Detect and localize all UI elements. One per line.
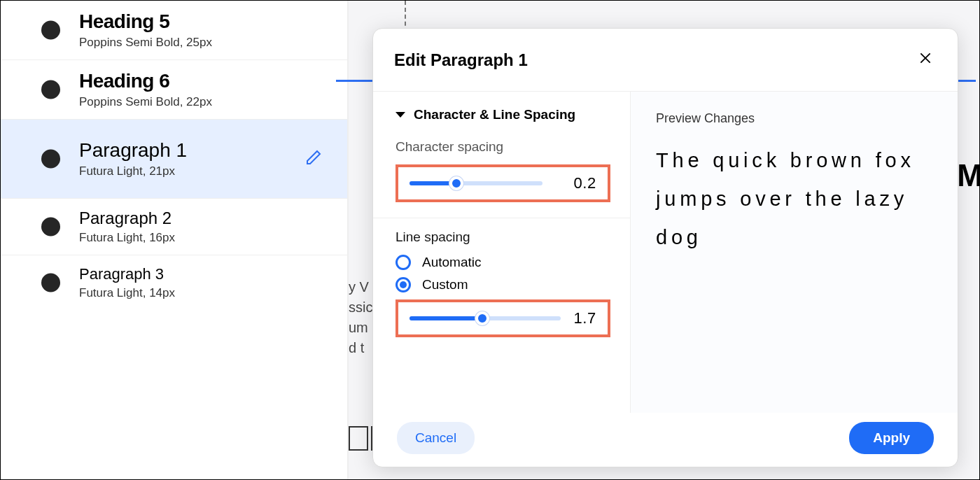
style-desc: Futura Light, 16px (79, 231, 175, 245)
char-spacing-slider[interactable] (410, 181, 542, 185)
bullet-icon (41, 150, 60, 169)
text-styles-panel: Heading 5 Poppins Semi Bold, 25px Headin… (1, 1, 349, 480)
radio-icon (396, 277, 411, 292)
style-item-paragraph-1[interactable]: Paragraph 1 Futura Light, 21px (1, 120, 347, 199)
cancel-button[interactable]: Cancel (397, 422, 475, 454)
modal-footer: Cancel Apply (373, 409, 958, 467)
bullet-icon (41, 21, 60, 40)
bg-letter: M (957, 158, 980, 193)
style-name: Paragraph 2 (79, 209, 175, 228)
style-item-heading-6[interactable]: Heading 6 Poppins Semi Bold, 22px (1, 60, 347, 120)
style-name: Paragraph 1 (79, 139, 187, 162)
char-spacing-label: Character spacing (396, 139, 610, 155)
radio-label: Automatic (422, 255, 481, 270)
preview-title: Preview Changes (656, 111, 932, 126)
line-spacing-value: 1.7 (573, 309, 596, 327)
bg-text-snippet: y V ssic um d t (349, 277, 372, 358)
radio-label: Custom (422, 277, 468, 292)
triangle-down-icon (396, 112, 405, 118)
line-spacing-label: Line spacing (396, 230, 610, 245)
style-desc: Futura Light, 21px (79, 164, 187, 178)
bullet-icon (41, 218, 60, 237)
section-toggle[interactable]: Character & Line Spacing (373, 92, 630, 128)
line-spacing-slider[interactable] (410, 316, 561, 320)
highlight-line-spacing: 1.7 (396, 299, 610, 337)
style-desc: Futura Light, 14px (79, 286, 175, 300)
style-desc: Poppins Semi Bold, 22px (79, 95, 212, 109)
modal-header: Edit Paragraph 1 (373, 29, 958, 91)
slider-thumb[interactable] (449, 176, 463, 190)
style-item-heading-5[interactable]: Heading 5 Poppins Semi Bold, 25px (1, 1, 347, 60)
char-spacing-value: 0.2 (573, 174, 596, 192)
bullet-icon (41, 80, 60, 99)
slider-thumb[interactable] (475, 311, 489, 325)
apply-button[interactable]: Apply (849, 422, 934, 454)
close-icon[interactable] (914, 47, 937, 73)
style-item-paragraph-2[interactable]: Paragraph 2 Futura Light, 16px (1, 199, 347, 255)
controls-pane: Character & Line Spacing Character spaci… (373, 92, 631, 413)
style-name: Heading 5 (79, 10, 212, 33)
style-desc: Poppins Semi Bold, 25px (79, 36, 212, 50)
section-title: Character & Line Spacing (414, 107, 575, 122)
character-spacing-group: Character spacing 0.2 (373, 128, 630, 218)
radio-icon (396, 255, 411, 270)
radio-automatic[interactable]: Automatic (396, 255, 610, 270)
style-name: Heading 6 (79, 70, 212, 92)
bullet-icon (41, 274, 60, 292)
radio-custom[interactable]: Custom (396, 277, 610, 292)
pencil-icon[interactable] (305, 149, 322, 169)
edit-paragraph-modal: Edit Paragraph 1 Character & Line Spacin… (372, 28, 958, 467)
modal-title: Edit Paragraph 1 (394, 50, 528, 70)
style-item-paragraph-3[interactable]: Paragraph 3 Futura Light, 14px (1, 255, 347, 310)
line-spacing-group: Line spacing Automatic Custom 1.7 (373, 218, 630, 353)
bg-frame (349, 426, 368, 451)
preview-pane: Preview Changes The quick brown fox jump… (631, 92, 958, 413)
highlight-char-spacing: 0.2 (396, 164, 610, 202)
style-name: Paragraph 3 (79, 265, 175, 283)
preview-text: The quick brown fox jumps over the lazy … (656, 141, 932, 257)
